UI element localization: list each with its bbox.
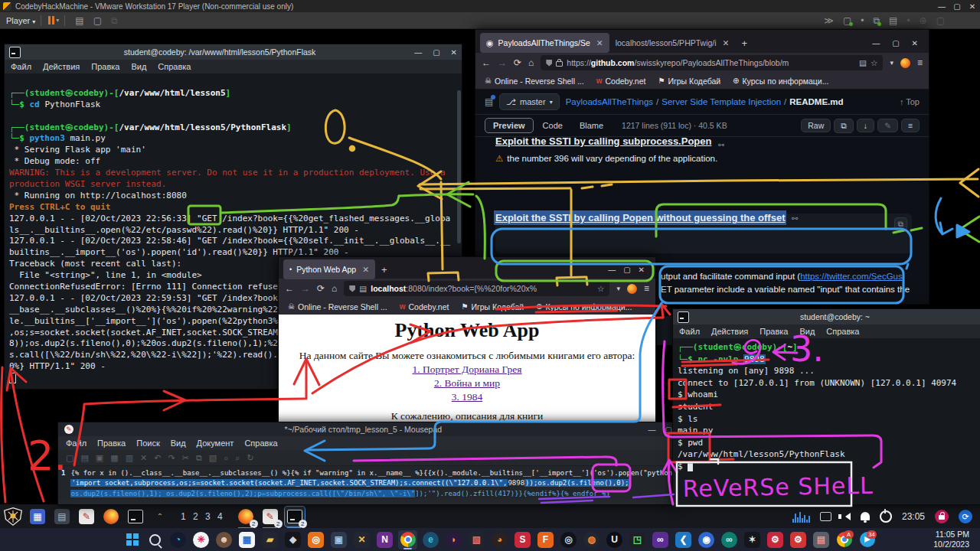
window-minimize-button[interactable]: — — [872, 39, 880, 47]
virtualbox-app[interactable]: ▣ — [329, 530, 348, 549]
mousepad-titlebar[interactable]: ✎ *~/Рабочий стол/tmp_lesson_5 - Mousepa… — [58, 422, 678, 436]
file-explorer[interactable]: ▰ — [260, 530, 279, 549]
bookmark-star-icon[interactable]: ☆ — [871, 58, 877, 67]
display-tray-icon[interactable] — [820, 512, 831, 521]
link-icon[interactable]: ⚯ — [718, 141, 724, 148]
lens-app[interactable]: ◎ — [559, 530, 578, 549]
print-icon[interactable]: ▥ — [126, 453, 133, 463]
tab-payloadsallthethings[interactable]: ◉ PayloadsAllTheThings/Se ✕ — [480, 33, 609, 53]
find-replace-icon[interactable]: ⌕ — [235, 453, 240, 463]
terminal-output[interactable]: ┌──(student㉿codeby)-[~]└─$ nc -nvlp 9898… — [673, 339, 980, 475]
window-maximize-button[interactable]: ▢ — [623, 266, 630, 274]
app-menu-icon[interactable]: ≡ — [917, 57, 923, 68]
copy-icon[interactable]: ⧉ — [196, 453, 202, 463]
home-button[interactable]: ⌂ — [332, 283, 337, 294]
reader-view-icon[interactable]: ▤ — [859, 58, 867, 67]
branch-selector[interactable]: ⎇ master ▾ — [499, 93, 559, 110]
link-icon[interactable]: ⚯ — [792, 214, 798, 223]
breadcrumb-repo[interactable]: PayloadsAllTheThings — [566, 97, 653, 106]
menu-item[interactable]: Вид — [799, 327, 815, 336]
vmware-maximize-button[interactable]: ▢ — [949, 2, 965, 11]
mousepad-editor[interactable]: 1 {% for x in ().__class__.__base__.__su… — [58, 466, 678, 499]
visual-studio-app[interactable]: ∞ — [651, 530, 670, 549]
display-device-icon[interactable]: ▢ — [843, 15, 851, 26]
bookmark-star-icon[interactable]: ☆ — [597, 284, 604, 293]
menu-item[interactable]: Действия — [43, 62, 80, 71]
pocket-icon[interactable]: ▾ — [616, 285, 620, 292]
home-button[interactable]: ⌂ — [528, 57, 534, 68]
menu-item[interactable]: Справка — [826, 327, 859, 336]
file-manager-icon[interactable]: ▦ — [28, 507, 47, 527]
open-file-icon[interactable]: ▤ — [80, 453, 88, 463]
edit-pencil-icon[interactable]: ✎ — [877, 119, 898, 132]
bookmark-item[interactable]: wCodeby.net — [400, 302, 449, 311]
menu-item[interactable]: Правка — [760, 327, 788, 336]
book-link-3[interactable]: 3. 1984 — [279, 391, 655, 403]
https-lock-icon[interactable] — [556, 61, 563, 67]
folder-icon[interactable]: ▤ — [52, 507, 72, 527]
bookmark-item[interactable]: ☠Online - Reverse Shell ... — [288, 302, 387, 311]
menu-item[interactable]: Справка — [158, 62, 191, 71]
send-ctrl-alt-del-button[interactable]: ▤ — [75, 15, 83, 26]
bookmark-item[interactable]: ⊕Курсы по информаци... — [733, 77, 828, 86]
blender-app[interactable]: ◍ — [582, 530, 601, 549]
menu-item[interactable]: Файл — [11, 62, 31, 71]
new-tab-button[interactable]: + — [381, 264, 387, 276]
tab-close-icon[interactable]: ✕ — [596, 38, 603, 47]
tab-close-icon[interactable]: ✕ — [723, 38, 730, 47]
bookmark-item[interactable]: ⚑Игры Кодебай — [461, 302, 524, 311]
calendar-app[interactable]: ▦ — [237, 530, 256, 549]
cut-icon[interactable]: ✂ — [182, 453, 189, 463]
remote-desktop-app[interactable]: ▤ — [812, 530, 831, 549]
url-bar[interactable]: https://github.com/swisskyrepo/PayloadsA… — [541, 55, 883, 70]
save-as-icon[interactable]: ▦ — [110, 453, 118, 463]
fme-app[interactable]: F — [536, 530, 555, 549]
cd-device-icon[interactable]: • — [861, 15, 864, 26]
window-minimize-button[interactable]: — — [414, 48, 422, 57]
book-link-1[interactable]: 1. Портрет Дориана Грея — [279, 364, 655, 376]
app-menu-icon[interactable]: ≡ — [644, 283, 649, 294]
redgear-app[interactable]: ⚙ — [766, 530, 785, 549]
pause-caret-icon[interactable]: ▾ — [56, 17, 59, 24]
editor-code[interactable]: {% for x in ().__class__.__base__.__subc… — [70, 468, 676, 499]
window-close-button[interactable]: ✕ — [912, 39, 918, 47]
new-file-icon[interactable]: ▢ — [66, 453, 74, 463]
chrome-profile[interactable]: A — [835, 530, 854, 549]
tab-localhost-phptwig[interactable]: localhost/lesson5/PHPTwig/i ✕ — [609, 33, 736, 53]
firefox-browser[interactable]: ◗ — [444, 530, 463, 549]
bookmark-item[interactable]: ⚑Игры Кодебай — [658, 77, 720, 86]
menu-item[interactable]: Файл — [679, 327, 700, 336]
photos-app[interactable]: ▧ — [467, 530, 486, 549]
power-icon[interactable] — [880, 510, 892, 523]
terminal-titlebar[interactable]: student@codeby: ~ — [673, 309, 980, 324]
volume-icon[interactable] — [841, 513, 851, 520]
outline-icon[interactable]: ≡ — [901, 119, 920, 132]
save-icon[interactable]: ▣ — [96, 453, 103, 463]
close-file-icon[interactable]: ✕ — [140, 453, 147, 463]
camtasia-app[interactable]: ∞ — [720, 530, 739, 549]
tab-python-web-app[interactable]: • Python Web App ✕ — [283, 259, 375, 279]
page-info-icon[interactable]: ▤ — [359, 284, 367, 293]
tab-code[interactable]: Code — [535, 119, 570, 132]
running-firefox[interactable]: 2 — [236, 507, 256, 527]
pest-control-app[interactable]: ✶ — [743, 530, 762, 549]
notifications-bell-icon[interactable] — [861, 512, 870, 520]
redo-icon[interactable]: ↷ — [168, 453, 175, 463]
firefox-account-icon[interactable] — [627, 284, 637, 294]
menu-item[interactable]: Вид — [131, 62, 146, 71]
updates-icon[interactable]: ⟳ — [959, 510, 972, 523]
workspace-switcher[interactable]: 1 2 3 4 — [175, 507, 231, 527]
firefox-account-icon[interactable] — [900, 58, 910, 68]
menu-item[interactable]: Документ — [197, 439, 234, 448]
tracking-shield-icon[interactable] — [349, 285, 355, 292]
vscode-app[interactable]: ❮ — [674, 530, 693, 549]
tab-preview[interactable]: Preview — [485, 118, 534, 133]
vm-clock[interactable]: 23:05 — [902, 511, 925, 522]
vmware-close-button[interactable]: ✕ — [965, 2, 980, 11]
onenote-app[interactable]: N — [375, 530, 394, 549]
bookmark-item[interactable]: ⊕Курсы по информаци... — [536, 302, 632, 311]
notion-app[interactable]: ◆ — [283, 530, 302, 549]
player-menu[interactable]: Player ▾ — [6, 16, 35, 25]
menu-item[interactable]: Правка — [97, 439, 126, 448]
menu-item[interactable]: Справка — [244, 439, 277, 448]
